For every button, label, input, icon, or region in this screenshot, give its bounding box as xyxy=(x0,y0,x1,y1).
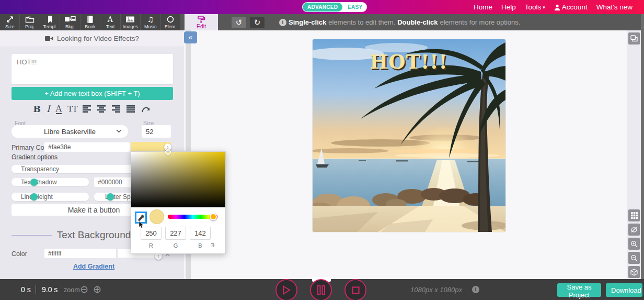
video-effects-banner[interactable]: Looking for Video Effects? xyxy=(0,30,184,47)
text-content-input[interactable]: HOT!!! xyxy=(12,54,173,84)
underline-button[interactable]: A xyxy=(56,104,62,114)
paint-roller-icon xyxy=(197,16,205,23)
curve-text-icon[interactable] xyxy=(141,105,151,113)
align-right-icon[interactable] xyxy=(112,105,121,113)
nav-account[interactable]: Account xyxy=(554,3,588,11)
canvas-dimensions: 1080px x 1080px xyxy=(410,286,462,294)
zoom-in-button[interactable] xyxy=(628,238,640,250)
tool-music[interactable]: ♫ Music xyxy=(141,14,160,30)
nav-account-label: Account xyxy=(562,3,588,11)
hint-bold: Double-click xyxy=(397,18,438,26)
top-nav: Home Help Tools▾ Account What's new xyxy=(474,0,632,14)
circle-icon xyxy=(166,15,175,24)
stop-button[interactable] xyxy=(344,279,366,300)
tool-label: Bkg. xyxy=(65,24,75,29)
color-format-toggle[interactable]: ⇅ xyxy=(211,242,215,248)
edit-bar: Edit ↺ ↻ i Single-click elements to edit… xyxy=(180,14,644,30)
tool-projects[interactable]: Proj. xyxy=(20,14,40,30)
advanced-mode-chip[interactable]: ADVANCED xyxy=(303,3,342,12)
mode-toggle[interactable]: ADVANCED EASY xyxy=(302,2,367,12)
tool-templates[interactable]: Templ. xyxy=(40,14,60,30)
align-justify-icon[interactable] xyxy=(126,105,135,113)
line-height-knob[interactable] xyxy=(30,193,38,201)
tool-images[interactable]: Images xyxy=(121,14,141,30)
text-background-title: Text Background xyxy=(57,229,131,241)
tab-edit[interactable]: Edit xyxy=(185,14,218,30)
artboard-image[interactable]: HOT!!! HOT!!! xyxy=(313,39,505,232)
redo-button[interactable]: ↻ xyxy=(250,17,264,28)
gradient-options-link[interactable]: Gradient options xyxy=(12,153,58,161)
font-select[interactable]: Libre Baskerville xyxy=(12,125,128,138)
nav-tools-label: Tools xyxy=(525,3,542,11)
canvas-area[interactable]: HOT!!! HOT!!! xyxy=(191,30,627,279)
tool-text[interactable]: A Text xyxy=(100,14,120,30)
italic-button[interactable]: I xyxy=(47,104,50,114)
chevron-down-icon: ▾ xyxy=(543,5,545,10)
collapse-sidebar-button[interactable]: « xyxy=(184,31,197,43)
object-3d-button[interactable] xyxy=(628,266,640,278)
timeline-zoom-out-button[interactable]: ⊖ xyxy=(80,284,88,295)
pause-button[interactable] xyxy=(310,279,332,300)
visibility-toggle-icon xyxy=(630,226,638,233)
blue-value-input[interactable] xyxy=(190,227,211,240)
saturation-handle[interactable] xyxy=(165,149,171,155)
add-text-box-button[interactable]: + Add new text box (SHIFT + T) xyxy=(12,87,173,100)
letter-spacing-knob[interactable] xyxy=(107,193,114,201)
tool-label: Templ. xyxy=(43,24,57,29)
eyedropper-icon xyxy=(137,214,145,221)
nav-help[interactable]: Help xyxy=(501,3,516,11)
play-button[interactable] xyxy=(275,279,297,300)
hue-handle[interactable] xyxy=(210,213,217,220)
meme-text[interactable]: HOT!!! xyxy=(370,50,447,73)
saturation-area[interactable] xyxy=(131,152,225,207)
download-button[interactable]: Download xyxy=(606,283,642,297)
green-value-input[interactable] xyxy=(165,227,186,240)
current-color-swatch[interactable] xyxy=(150,209,164,224)
red-label: R xyxy=(141,242,162,249)
layers-icon xyxy=(630,35,638,42)
line-height-slider[interactable]: Line Height xyxy=(12,193,89,201)
beach-sunset-scene: HOT!!! HOT!!! xyxy=(313,39,505,232)
timeline-zoom-in-button[interactable]: ⊕ xyxy=(93,284,101,295)
text-shadow-slider[interactable]: Text Shadow xyxy=(12,178,89,186)
undo-button[interactable]: ↺ xyxy=(232,17,246,28)
book-icon xyxy=(86,15,94,24)
tool-background[interactable]: Bkg. xyxy=(60,14,80,30)
tool-label: Proj. xyxy=(25,24,35,29)
align-center-icon[interactable] xyxy=(97,105,106,113)
visibility-toggle-button[interactable] xyxy=(628,224,640,236)
dimensions-info-icon[interactable]: i xyxy=(472,286,479,293)
mouse-cursor xyxy=(139,221,144,229)
blue-label: B xyxy=(190,242,211,249)
tool-size[interactable]: Size xyxy=(0,14,20,30)
image-icon xyxy=(125,15,135,24)
save-as-project-button[interactable]: Save as Project xyxy=(557,283,601,297)
uppercase-button[interactable]: TT xyxy=(67,104,77,114)
nav-home[interactable]: Home xyxy=(474,3,492,11)
grid-button[interactable] xyxy=(628,209,640,221)
bold-button[interactable]: B xyxy=(33,104,41,114)
bg-color-label: Color xyxy=(12,250,27,258)
window-scrollbar[interactable] xyxy=(641,14,644,279)
tool-label: Images xyxy=(123,24,139,29)
layers-button[interactable] xyxy=(628,32,640,45)
tool-book[interactable]: Book xyxy=(80,14,100,30)
meme-editor-app: ADVANCED EASY Home Help Tools▾ Account W… xyxy=(0,0,644,300)
align-left-icon[interactable] xyxy=(83,105,91,113)
add-gradient-link[interactable]: Add Gradient xyxy=(12,263,176,270)
cube-icon xyxy=(630,269,638,276)
primary-color-hex-input[interactable] xyxy=(44,142,130,152)
text-icon: A xyxy=(108,15,113,24)
font-size-input[interactable] xyxy=(142,125,171,138)
easy-mode-chip[interactable]: EASY xyxy=(343,4,367,10)
tool-label: Text xyxy=(106,24,115,29)
bg-color-hex-input[interactable] xyxy=(44,249,116,258)
info-icon: i xyxy=(279,19,286,26)
folder-icon xyxy=(25,15,34,24)
nav-tools[interactable]: Tools▾ xyxy=(525,3,545,11)
nav-whats-new[interactable]: What's new xyxy=(596,3,632,11)
text-shadow-knob[interactable] xyxy=(30,179,38,186)
tool-elements[interactable]: Elem. xyxy=(161,14,180,30)
zoom-out-button[interactable] xyxy=(628,252,640,264)
hint-text: i Single-click elements to edit them. Do… xyxy=(279,18,520,26)
